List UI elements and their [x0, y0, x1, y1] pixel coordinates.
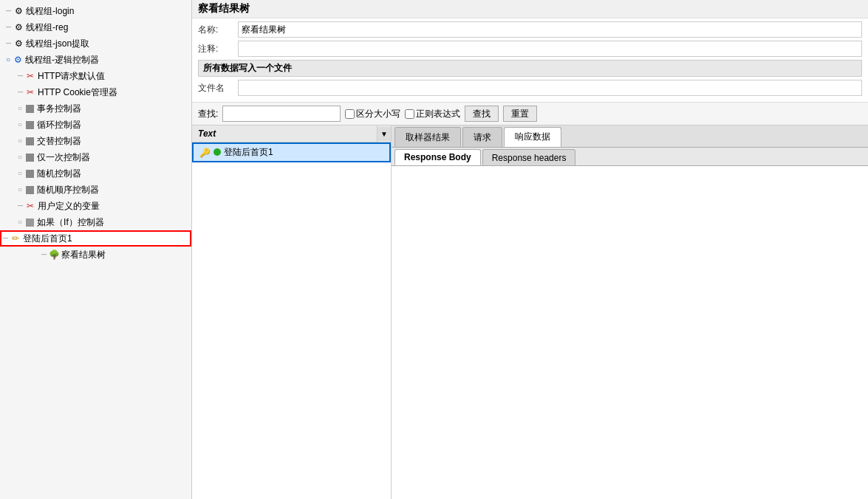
connector: ─ [18, 199, 23, 213]
comment-row: 注释: [198, 41, 862, 57]
square-icon [24, 135, 35, 147]
square-icon [24, 103, 35, 114]
tree-label: HTTP Cookie管理器 [38, 86, 117, 99]
form-section: 名称: 注释: 所有数据写入一个文件 文件名 [192, 18, 868, 103]
tree-item-transaction[interactable]: ○ 事务控制器 [0, 100, 191, 117]
connector: ○ [18, 151, 22, 164]
search-label: 查找: [198, 108, 218, 120]
tree-item-thread-login[interactable]: ─ ⚙ 线程组-login [0, 3, 191, 19]
tree-item-random[interactable]: ○ 随机控制器 [0, 165, 191, 182]
connector: ─ [3, 232, 8, 245]
wrench-cross-icon: ✂ [24, 70, 36, 82]
search-bar: 查找: 区分大小写 正则表达式 查找 重置 [192, 103, 868, 125]
result-list-header-cell: Text [192, 125, 377, 142]
connector: ─ [18, 86, 23, 99]
result-item-label: 登陆后首页1 [224, 146, 273, 159]
gear-icon: ⚙ [13, 5, 24, 17]
find-button[interactable]: 查找 [465, 106, 499, 122]
sub-tab-response-headers[interactable]: Response headers [482, 149, 576, 165]
connector: ○ [18, 118, 22, 131]
connector: ○ [18, 183, 22, 196]
result-list-panel: Text ▼ 🔑 登陆后首页1 [192, 125, 392, 499]
tree-item-http-default[interactable]: ─ ✂ HTTP请求默认值 [0, 68, 191, 84]
tree-label: 事务控制器 [37, 102, 81, 115]
page-title: 察看结果树 [192, 0, 868, 18]
tree-label: 察看结果树 [61, 248, 106, 261]
gear-icon: ⚙ [13, 21, 24, 33]
gear-active-icon: ⚙ [12, 54, 24, 66]
tree-item-switch[interactable]: ○ 交替控制器 [0, 133, 191, 149]
result-list-dropdown[interactable]: ▼ [377, 127, 391, 141]
tree-item-if-ctrl[interactable]: ○ 如果（If）控制器 [0, 214, 191, 230]
tree-item-view-tree[interactable]: ─ 🌳 察看结果树 [0, 247, 191, 263]
square-icon [24, 168, 35, 179]
key-icon: 🔑 [199, 148, 211, 158]
result-list-item[interactable]: 🔑 登陆后首页1 [192, 142, 391, 162]
connector: ─ [6, 4, 11, 18]
tree-item-user-vars[interactable]: ─ ✂ 用户定义的变量 [0, 198, 191, 214]
name-input[interactable] [238, 21, 862, 38]
sub-tab-response-body[interactable]: Response Body [394, 149, 481, 165]
name-row: 名称: [198, 21, 862, 38]
tab-request[interactable]: 请求 [462, 127, 502, 147]
result-list-header: Text ▼ [192, 125, 391, 142]
result-list-body: 🔑 登陆后首页1 [192, 142, 391, 499]
tree-label: 交替控制器 [37, 134, 81, 148]
tree-label: 用户定义的变量 [38, 199, 100, 213]
square-icon [24, 184, 35, 196]
tree-label: 循环控制器 [37, 118, 81, 131]
tree-item-http-cookie[interactable]: ─ ✂ HTTP Cookie管理器 [0, 84, 191, 100]
wrench-cross-icon: ✂ [24, 200, 36, 212]
tree-label: 线程组-login [26, 4, 74, 18]
green-status-icon [213, 148, 221, 158]
search-input[interactable] [222, 106, 341, 122]
tree-label: HTTP请求默认值 [38, 69, 105, 83]
detail-panel: 取样器结果 请求 响应数据 Response Body Response hea… [392, 125, 868, 499]
tree-item-thread-logic[interactable]: ○ ⚙ 线程组-逻辑控制器 [0, 52, 191, 68]
tree-item-thread-reg[interactable]: ─ ⚙ 线程组-reg [0, 19, 191, 35]
tree-label: 登陆后首页1 [23, 232, 72, 245]
tree-item-thread-json[interactable]: ─ ⚙ 线程组-json提取 [0, 35, 191, 52]
regex-label: 正则表达式 [405, 108, 460, 120]
section-header: 所有数据写入一个文件 [198, 60, 862, 77]
comment-label: 注释: [198, 43, 235, 55]
regex-checkbox[interactable] [405, 109, 414, 119]
tree-label: 随机顺序控制器 [37, 183, 99, 196]
connector: ○ [18, 216, 22, 229]
tree-label: 随机控制器 [37, 167, 81, 180]
tree-label: 线程组-json提取 [26, 37, 89, 50]
detail-content [392, 166, 868, 499]
pen-icon: ✏ [10, 233, 21, 244]
tree-label: 线程组-reg [26, 21, 68, 34]
square-icon [24, 151, 35, 163]
connector: ─ [18, 69, 23, 83]
case-sensitive-label: 区分大小写 [345, 108, 400, 120]
connector: ○ [18, 134, 22, 148]
tree-item-random-order[interactable]: ○ 随机顺序控制器 [0, 182, 191, 198]
left-panel: ─ ⚙ 线程组-login ─ ⚙ 线程组-reg ─ ⚙ 线程组-json提取… [0, 0, 192, 499]
connector: ○ [18, 102, 22, 115]
tab-response-data[interactable]: 响应数据 [504, 127, 561, 147]
name-label: 名称: [198, 24, 235, 36]
bottom-area: Text ▼ 🔑 登陆后首页1 [192, 125, 868, 499]
connector: ─ [6, 21, 11, 34]
file-label: 文件名 [198, 82, 235, 94]
connector: ○ [18, 167, 22, 180]
case-sensitive-checkbox[interactable] [345, 109, 355, 119]
right-panel: 察看结果树 名称: 注释: 所有数据写入一个文件 文件名 查找: [192, 0, 868, 499]
connector: ─ [41, 248, 47, 261]
square-icon [24, 119, 35, 131]
file-row: 文件名 [198, 80, 862, 96]
reset-button[interactable]: 重置 [503, 106, 537, 122]
tab-sample-result[interactable]: 取样器结果 [394, 127, 461, 147]
comment-input[interactable] [238, 41, 862, 57]
tree-item-login-page[interactable]: ─ ✏ 登陆后首页1 [0, 230, 191, 247]
tree-label: 线程组-逻辑控制器 [25, 53, 99, 66]
view-icon: 🌳 [48, 249, 60, 261]
connector: ─ [6, 37, 11, 50]
main-tabs-row: 取样器结果 请求 响应数据 [392, 125, 868, 148]
tree-item-once[interactable]: ○ 仅一次控制器 [0, 149, 191, 165]
file-input[interactable] [238, 80, 862, 96]
tree-item-loop[interactable]: ○ 循环控制器 [0, 117, 191, 133]
gear-icon: ⚙ [13, 38, 24, 49]
